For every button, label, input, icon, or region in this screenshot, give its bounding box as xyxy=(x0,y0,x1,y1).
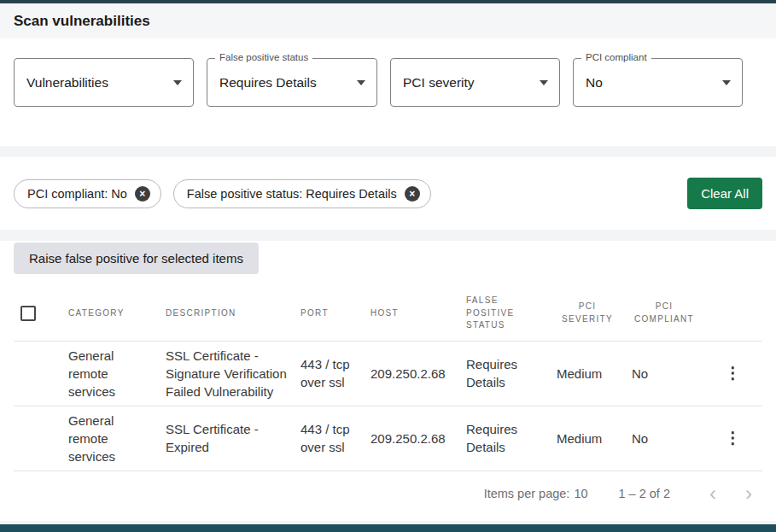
page-header: Scan vulnerabilities xyxy=(0,3,776,38)
chevron-left-icon[interactable]: ‹ xyxy=(709,483,716,504)
raise-false-positive-button[interactable]: Raise false positive for selected items xyxy=(14,243,259,274)
caret-down-icon xyxy=(722,80,731,85)
select-all-checkbox[interactable] xyxy=(20,306,36,321)
section-divider xyxy=(0,146,776,157)
cell-description: SSL Certificate - Expired xyxy=(159,406,294,471)
filter-chip-false-positive-status: False positive status: Requires Details … xyxy=(173,179,431,208)
chip-remove-icon[interactable]: × xyxy=(135,186,150,202)
select-label: PCI compliant xyxy=(581,52,651,62)
table-header-row: CATEGORY DESCRIPTION PORT HOST FALSE POS… xyxy=(14,284,762,341)
page-title: Scan vulnerabilities xyxy=(14,13,150,29)
table-row: General remote services SSL Certificate … xyxy=(14,406,762,471)
chevron-right-icon[interactable]: › xyxy=(745,483,752,504)
filter-chip-pci-compliant: PCI compliant: No × xyxy=(14,179,161,208)
cell-host: 209.250.2.68 xyxy=(364,341,459,406)
pagination-bar: Items per page: 10 1 – 2 of 2 ‹ › xyxy=(0,471,776,521)
cell-pci-compliant: No xyxy=(625,406,703,471)
items-per-page-label: Items per page: xyxy=(484,487,570,500)
filter-select-vulnerabilities[interactable]: Vulnerabilities xyxy=(14,58,194,107)
column-header-false-positive-status: FALSE POSITIVE STATUS xyxy=(459,284,550,341)
column-header-description: DESCRIPTION xyxy=(159,284,294,341)
select-value: Vulnerabilities xyxy=(26,75,108,91)
pagination-range-label: 1 – 2 of 2 xyxy=(619,487,670,500)
column-header-pci-severity: PCI SEVERITY xyxy=(550,284,625,341)
caret-down-icon xyxy=(357,80,365,85)
column-header-host: HOST xyxy=(364,284,459,341)
table-actions: Raise false positive for selected items xyxy=(0,241,776,284)
cell-false-positive-status: Requires Details xyxy=(459,341,550,406)
cell-false-positive-status: Requires Details xyxy=(459,406,550,471)
cell-host: 209.250.2.68 xyxy=(364,406,459,471)
items-per-page-value[interactable]: 10 xyxy=(574,487,587,500)
row-kebab-menu-icon[interactable]: ⋮ xyxy=(725,429,741,447)
cell-port: 443 / tcp over ssl xyxy=(294,406,364,471)
column-header-port: PORT xyxy=(294,284,364,341)
chip-label: False positive status: Requires Details xyxy=(187,187,397,201)
filter-select-false-positive-status[interactable]: False positive status Requires Details xyxy=(207,58,377,107)
chip-remove-icon[interactable]: × xyxy=(405,186,420,202)
clear-all-button[interactable]: Clear All xyxy=(687,178,762,209)
column-header-pci-compliant: PCI COMPLIANT xyxy=(625,284,703,341)
select-label: False positive status xyxy=(215,52,312,62)
select-value: PCI severity xyxy=(403,75,475,91)
active-filters-bar: PCI compliant: No × False positive statu… xyxy=(0,157,776,230)
cell-category: General remote services xyxy=(61,406,159,471)
bottom-accent-bar xyxy=(0,524,776,532)
filter-bar: Vulnerabilities False positive status Re… xyxy=(0,38,776,146)
chip-label: PCI compliant: No xyxy=(27,187,127,201)
section-divider xyxy=(0,230,776,241)
cell-port: 443 / tcp over ssl xyxy=(294,341,364,406)
column-header-category: CATEGORY xyxy=(61,284,159,341)
vulnerabilities-table: CATEGORY DESCRIPTION PORT HOST FALSE POS… xyxy=(0,284,776,471)
select-value: No xyxy=(586,75,603,91)
cell-category: General remote services xyxy=(61,341,159,406)
table-row: General remote services SSL Certificate … xyxy=(14,341,762,406)
cell-pci-severity: Medium xyxy=(550,341,625,406)
caret-down-icon xyxy=(173,80,182,85)
filter-select-pci-severity[interactable]: PCI severity xyxy=(390,58,560,107)
filter-select-pci-compliant[interactable]: PCI compliant No xyxy=(573,58,743,107)
cell-pci-severity: Medium xyxy=(550,406,625,471)
select-value: Requires Details xyxy=(219,75,317,91)
cell-description: SSL Certificate - Signature Verification… xyxy=(159,341,294,406)
cell-pci-compliant: No xyxy=(625,341,703,406)
caret-down-icon xyxy=(540,80,548,85)
row-kebab-menu-icon[interactable]: ⋮ xyxy=(725,364,741,382)
